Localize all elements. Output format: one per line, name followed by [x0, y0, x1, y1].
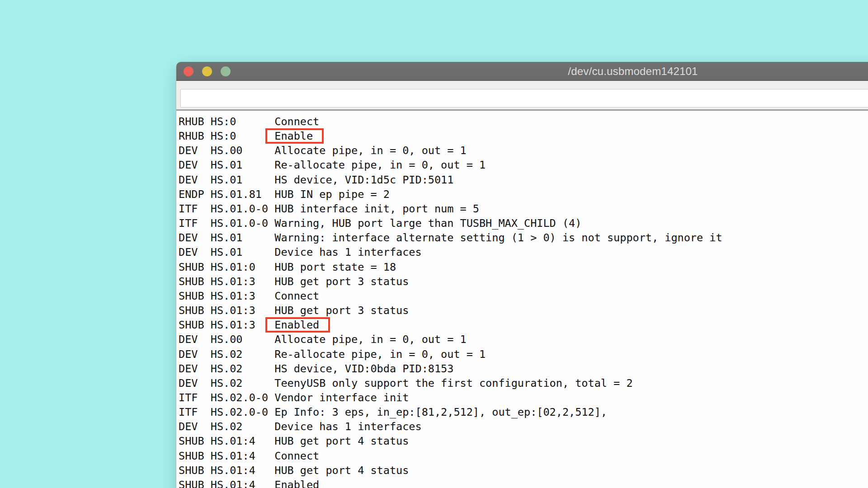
log-message: TeenyUSB only support the first configur…: [274, 377, 632, 389]
log-line: SHUB HS.01:3 HUB get port 3 status: [179, 303, 868, 318]
log-line: DEV HS.00 Allocate pipe, in = 0, out = 1: [179, 143, 868, 158]
log-line: DEV HS.02 TeenyUSB only support the firs…: [179, 376, 868, 390]
log-line-prefix: RHUB HS:0: [179, 115, 274, 128]
log-message: Allocate pipe, in = 0, out = 1: [274, 144, 466, 157]
log-line: DEV HS.02 HS device, VID:0bda PID:8153: [179, 361, 868, 376]
log-message: Re-allocate pipe, in = 0, out = 1: [274, 159, 486, 171]
log-message: HUB get port 3 status: [274, 275, 409, 288]
log-line-prefix: SHUB HS.01:4: [179, 450, 274, 462]
log-message: Connect: [274, 290, 319, 302]
highlighted-log-message: Enable: [265, 128, 324, 144]
log-line-prefix: ITF HS.01.0-0: [179, 217, 274, 230]
log-line: SHUB HS.01:3 Connect: [179, 289, 868, 303]
log-line: RHUB HS:0 Connect: [179, 114, 868, 129]
log-message: Device has 1 interfaces: [274, 420, 421, 433]
log-line-prefix: SHUB HS.01:4: [179, 464, 274, 477]
log-line: SHUB HS.01:4 Enabled: [179, 478, 868, 488]
log-line-prefix: DEV HS.02: [179, 348, 274, 361]
log-message: Connect: [274, 450, 319, 462]
log-line: DEV HS.00 Allocate pipe, in = 0, out = 1: [179, 332, 868, 347]
log-line-prefix: DEV HS.02: [179, 377, 274, 389]
log-line-prefix: ENDP HS.01.81: [179, 188, 274, 201]
log-line: ITF HS.01.0-0 HUB interface init, port n…: [179, 202, 868, 216]
log-line: DEV HS.01 HS device, VID:1d5c PID:5011: [179, 173, 868, 187]
log-line-prefix: SHUB HS.01:4: [179, 479, 274, 488]
log-line: SHUB HS.01:4 Connect: [179, 449, 868, 463]
log-line: SHUB HS.01:4 HUB get port 4 status: [179, 434, 868, 448]
log-line: SHUB HS.01:3 HUB get port 3 status: [179, 274, 868, 289]
log-line-prefix: DEV HS.01: [179, 174, 274, 186]
log-line-prefix: DEV HS.01: [179, 231, 274, 244]
log-message: Device has 1 interfaces: [274, 246, 421, 258]
window-title: /dev/cu.usbmodem142101: [568, 65, 698, 78]
log-line-prefix: DEV HS.00: [179, 144, 274, 157]
log-line-prefix: ITF HS.02.0-0: [179, 391, 274, 404]
log-message: HUB IN ep pipe = 2: [274, 188, 390, 201]
log-line-prefix: DEV HS.02: [179, 362, 274, 375]
command-toolbar: [176, 81, 868, 111]
log-line: DEV HS.01 Re-allocate pipe, in = 0, out …: [179, 158, 868, 172]
terminal-window: /dev/cu.usbmodem142101 RHUB HS:0 Connect…: [176, 62, 868, 488]
log-line: ENDP HS.01.81 HUB IN ep pipe = 2: [179, 187, 868, 202]
log-message: Allocate pipe, in = 0, out = 1: [274, 333, 466, 346]
log-message: Warning, HUB port large than TUSBH_MAX_C…: [274, 217, 581, 230]
log-line-prefix: SHUB HS.01:4: [179, 435, 274, 447]
log-line: SHUB HS.01:3 Enabled: [179, 318, 868, 332]
log-line: DEV HS.02 Re-allocate pipe, in = 0, out …: [179, 347, 868, 361]
log-line: ITF HS.02.0-0 Ep Info: 3 eps, in_ep:[81,…: [179, 405, 868, 419]
traffic-lights: [184, 62, 231, 80]
log-line-prefix: RHUB HS:0: [179, 130, 274, 142]
log-line-prefix: SHUB HS.01:3: [179, 319, 274, 331]
log-line-prefix: SHUB HS.01:0: [179, 261, 274, 273]
log-line: DEV HS.02 Device has 1 interfaces: [179, 419, 868, 434]
log-line-prefix: SHUB HS.01:3: [179, 290, 274, 302]
serial-command-input[interactable]: [180, 89, 868, 108]
log-line-prefix: DEV HS.01: [179, 159, 274, 171]
window-titlebar[interactable]: /dev/cu.usbmodem142101: [176, 62, 868, 81]
log-message: Vendor interface init: [274, 391, 409, 404]
log-message: Re-allocate pipe, in = 0, out = 1: [274, 348, 486, 361]
log-message: HUB get port 3 status: [274, 304, 409, 317]
log-line-prefix: SHUB HS.01:3: [179, 304, 274, 317]
log-message: Connect: [274, 115, 319, 128]
log-message: HUB get port 4 status: [274, 464, 409, 477]
log-message: Warning: interface alternate setting (1 …: [274, 231, 722, 244]
log-line: SHUB HS.01:0 HUB port state = 18: [179, 260, 868, 274]
log-message: Enabled: [274, 479, 319, 488]
log-line-prefix: ITF HS.02.0-0: [179, 406, 274, 418]
highlighted-log-message: Enabled: [265, 317, 330, 333]
log-message: HUB interface init, port num = 5: [274, 202, 479, 215]
log-message: Ep Info: 3 eps, in_ep:[81,2,512], out_ep…: [274, 406, 607, 418]
log-line-prefix: DEV HS.02: [179, 420, 274, 433]
minimize-button[interactable]: [202, 66, 212, 76]
zoom-button[interactable]: [221, 66, 231, 76]
log-line: SHUB HS.01:4 HUB get port 4 status: [179, 463, 868, 478]
log-message: HS device, VID:0bda PID:8153: [274, 362, 453, 375]
log-message: HUB port state = 18: [274, 261, 396, 273]
log-output: RHUB HS:0 ConnectRHUB HS:0 EnableDEV HS.…: [176, 111, 868, 488]
log-line: DEV HS.01 Device has 1 interfaces: [179, 245, 868, 259]
log-line-prefix: SHUB HS.01:3: [179, 275, 274, 288]
log-message: HUB get port 4 status: [274, 435, 409, 447]
log-line: ITF HS.02.0-0 Vendor interface init: [179, 390, 868, 405]
log-line-prefix: DEV HS.00: [179, 333, 274, 346]
log-line: ITF HS.01.0-0 Warning, HUB port large th…: [179, 216, 868, 230]
log-line-prefix: DEV HS.01: [179, 246, 274, 258]
log-lines-container: RHUB HS:0 ConnectRHUB HS:0 EnableDEV HS.…: [179, 114, 868, 488]
log-line: DEV HS.01 Warning: interface alternate s…: [179, 230, 868, 245]
close-button[interactable]: [184, 66, 193, 76]
log-line-prefix: ITF HS.01.0-0: [179, 202, 274, 215]
log-line: RHUB HS:0 Enable: [179, 129, 868, 143]
log-message: HS device, VID:1d5c PID:5011: [274, 174, 453, 186]
